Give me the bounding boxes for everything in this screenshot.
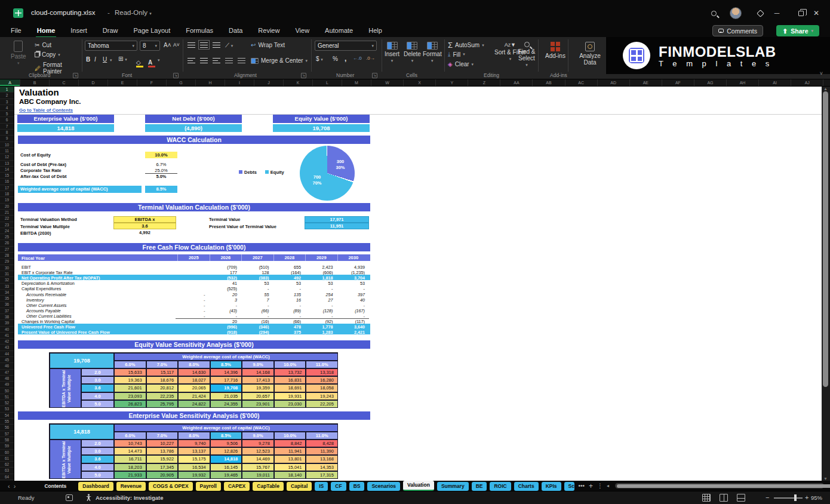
decrease-indent-button[interactable]	[225, 57, 233, 63]
fiscal-year-2029[interactable]: 2029	[305, 254, 337, 261]
fcf-cell[interactable]: 3	[210, 297, 242, 303]
font-color-button[interactable]: A	[148, 56, 155, 67]
sheet-tab-charts[interactable]: Charts	[514, 482, 539, 491]
row-header-29[interactable]: 29	[0, 259, 14, 265]
sens-cell-value[interactable]: 8,428	[306, 440, 338, 447]
row-header-38[interactable]: 38	[0, 314, 14, 320]
row-header-34[interactable]: 34	[0, 290, 14, 296]
sens-cell-value[interactable]: 14,630	[178, 368, 210, 376]
align-right-button[interactable]	[213, 57, 220, 63]
fcf-cell[interactable]: 16	[273, 297, 306, 303]
underline-dropdown[interactable]: ▾	[110, 56, 112, 63]
sheet-tab-capital[interactable]: Capital	[287, 482, 312, 491]
row-header-52[interactable]: 52	[0, 400, 14, 406]
fcf-cell[interactable]: -	[210, 303, 242, 308]
font-family-select[interactable]: Tahoma▾	[85, 41, 137, 51]
autosum-button[interactable]: ΣAutoSum ▾	[448, 41, 484, 50]
sheet-tab-dashboard[interactable]: Dashboard	[78, 482, 113, 491]
fcf-cell[interactable]: 375	[273, 330, 306, 335]
zoom-out-button[interactable]: −	[766, 494, 769, 501]
sens-cell-value[interactable]: 14,473	[114, 447, 146, 455]
fcf-cell[interactable]: -	[273, 303, 306, 308]
analyze-data-button[interactable]: Analyze Data	[573, 42, 607, 66]
sens-cell-value[interactable]: 19,011	[242, 471, 274, 479]
sens-cell-value[interactable]: 15,175	[178, 455, 210, 463]
row-header-47[interactable]: 47	[0, 370, 14, 376]
sens-cell-value[interactable]: 12,523	[242, 447, 274, 455]
row-header-48[interactable]: 48	[0, 376, 14, 382]
align-top-button[interactable]	[187, 42, 195, 48]
sens-cell-value[interactable]: 15,041	[274, 463, 306, 471]
sens-cell-value[interactable]: 19,359	[242, 384, 274, 392]
fcf-row-label[interactable]: Accounts Payable	[26, 308, 61, 314]
column-header-AK[interactable]: AK	[823, 79, 830, 86]
decrease-decimal-button[interactable]: .0→	[366, 56, 375, 61]
menu-data[interactable]: Data	[228, 26, 244, 38]
column-header-L[interactable]: L	[313, 79, 342, 86]
zoom-level[interactable]: 95%	[811, 494, 822, 501]
alignment-dialog-launcher[interactable]: ↘	[301, 73, 306, 78]
sens-cell-value[interactable]: 21,424	[178, 392, 210, 400]
share-button[interactable]: ⬆Share ▾	[776, 25, 819, 36]
row-header-26[interactable]: 26	[0, 240, 14, 246]
fcf-cell[interactable]: (43)	[210, 308, 242, 314]
wacc-row-value[interactable]: 5.0%	[145, 173, 177, 180]
sens-cell-value[interactable]: 18,676	[146, 376, 179, 384]
fcf-cell[interactable]: 40	[337, 297, 370, 303]
font-color-dropdown[interactable]: ▾	[158, 56, 160, 63]
kpi-header[interactable]: Enterprise Value ($'000)	[17, 115, 114, 123]
row-header-30[interactable]: 30	[0, 265, 14, 271]
sens-cell-value[interactable]: 23,093	[114, 392, 146, 400]
menu-page-layout[interactable]: Page Layout	[132, 26, 171, 38]
sens-cell-value[interactable]: 15,633	[114, 368, 146, 376]
fcf-cell[interactable]: 397	[337, 292, 370, 297]
fcf-row-label[interactable]: Net Operating Profit After Tax (NOPAT)	[21, 275, 100, 281]
sens-cell-value[interactable]: 19,708	[210, 384, 242, 392]
sens-cell-value[interactable]: 15,117	[146, 368, 179, 376]
tabs-menu-icon[interactable]: ⋮	[597, 483, 603, 489]
fcf-row-label[interactable]: Other Current Liabilities	[26, 314, 72, 319]
scroll-up-icon[interactable]: ▲	[823, 87, 828, 91]
comma-style-button[interactable]: ,	[345, 54, 346, 63]
sens-cell-value[interactable]: 18,203	[114, 463, 146, 471]
sens-col-header[interactable]: 6.0%	[114, 432, 146, 440]
row-header-49[interactable]: 49	[0, 382, 14, 388]
sheet-tab-is[interactable]: IS	[315, 482, 328, 491]
sheet-tab-contents[interactable]: Contents	[40, 482, 70, 491]
fcf-cell[interactable]: 3,704	[337, 275, 370, 281]
tabs-prev-icon[interactable]: ‹	[6, 483, 12, 490]
sens-cell-value[interactable]: 18,027	[178, 376, 210, 384]
fcf-cell[interactable]: -	[177, 297, 210, 303]
increase-decimal-button[interactable]: ←.0	[353, 56, 362, 61]
terminal-left-value[interactable]: 4,992	[113, 230, 176, 236]
sheet-canvas[interactable]: Valuation ABC Company Inc. Go to Table o…	[14, 87, 822, 481]
sens-cell-value[interactable]: 15,767	[242, 463, 274, 471]
sens-cell-value[interactable]: 25,795	[146, 400, 179, 408]
sens-cell-value[interactable]: 14,353	[306, 463, 338, 471]
menu-automate[interactable]: Automate	[324, 26, 354, 38]
row-header-22[interactable]: 22	[0, 216, 14, 222]
sens-cell-value[interactable]: 19,243	[306, 392, 338, 400]
sens-cell-value[interactable]: 16,534	[178, 463, 210, 471]
fcf-cell[interactable]: 1,818	[305, 275, 337, 281]
fcf-cell[interactable]: -	[337, 303, 370, 308]
fiscal-year-2026[interactable]: 2026	[210, 254, 242, 261]
fcf-cell[interactable]: (709)	[210, 265, 242, 270]
row-header-58[interactable]: 58	[0, 437, 14, 443]
fcf-cell[interactable]: 27	[305, 297, 337, 303]
fiscal-year-2027[interactable]: 2027	[241, 254, 273, 261]
fcf-row-label[interactable]: Present Value of Unlevered Free Cash Flo…	[21, 330, 110, 335]
wacc-row-label[interactable]: Cost of Equity	[20, 152, 51, 158]
row-header-56[interactable]: 56	[0, 425, 14, 431]
addins-button[interactable]: Add-ins	[545, 42, 565, 59]
menu-view[interactable]: View	[294, 26, 311, 38]
sheet-tab-be[interactable]: BE	[472, 482, 487, 491]
fcf-cell[interactable]: (510)	[241, 265, 273, 270]
fcf-cell[interactable]: 7	[241, 297, 273, 303]
fcf-row-label[interactable]: Other Current Assets	[26, 303, 66, 308]
accounting-format-button[interactable]: $ ▾	[316, 56, 323, 62]
column-header-G[interactable]: G	[167, 79, 196, 86]
row-header-43[interactable]: 43	[0, 345, 14, 351]
sens-cell-value[interactable]: 21,035	[210, 392, 242, 400]
clipboard-dialog-launcher[interactable]: ↘	[73, 73, 78, 78]
